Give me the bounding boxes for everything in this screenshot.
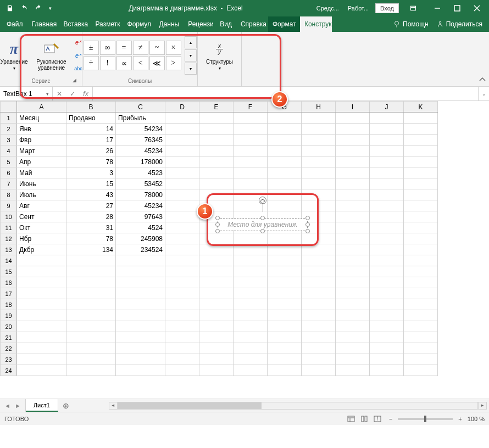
cell-G16[interactable]	[268, 277, 302, 288]
cell-D19[interactable]	[165, 310, 199, 321]
cell-K6[interactable]	[404, 167, 438, 178]
symbol-cell-10[interactable]: ≪	[149, 56, 165, 70]
cell-B16[interactable]	[66, 277, 116, 288]
maximize-button[interactable]	[447, 0, 467, 16]
cell-C1[interactable]: Прибыль	[116, 113, 165, 124]
cell-A5[interactable]: Апр	[17, 156, 66, 167]
tab-file[interactable]: Файл	[2, 16, 27, 32]
column-header-I[interactable]: I	[336, 102, 370, 113]
cell-K4[interactable]	[404, 145, 438, 156]
row-header-23[interactable]: 23	[1, 354, 17, 365]
cell-F13[interactable]	[234, 244, 268, 255]
handle-n[interactable]	[260, 216, 265, 220]
cell-B12[interactable]: 78	[66, 233, 116, 244]
column-header-F[interactable]: F	[234, 102, 268, 113]
worksheet-grid[interactable]: ABCDEFGHIJK1МесяцПроданоПрибыль2Янв14542…	[0, 101, 489, 399]
minimize-button[interactable]	[427, 0, 447, 16]
cell-I16[interactable]	[336, 277, 370, 288]
cell-E7[interactable]	[199, 178, 234, 189]
cell-C3[interactable]: 76345	[116, 135, 165, 145]
cell-E23[interactable]	[199, 354, 234, 365]
cell-K7[interactable]	[404, 178, 438, 189]
cell-I19[interactable]	[336, 310, 370, 321]
cell-B9[interactable]: 27	[66, 200, 116, 211]
row-header-3[interactable]: 3	[1, 135, 17, 145]
cell-B20[interactable]	[66, 321, 116, 332]
cell-I4[interactable]	[336, 145, 370, 156]
cell-G15[interactable]	[268, 266, 302, 277]
cell-E19[interactable]	[199, 310, 234, 321]
row-header-7[interactable]: 7	[1, 178, 17, 189]
cell-K10[interactable]	[404, 211, 438, 222]
cell-H24[interactable]	[302, 365, 336, 376]
cell-B14[interactable]	[66, 255, 116, 266]
cell-F21[interactable]	[234, 332, 268, 343]
row-header-15[interactable]: 15	[1, 266, 17, 277]
cell-K14[interactable]	[404, 255, 438, 266]
cell-I18[interactable]	[336, 299, 370, 310]
column-header-K[interactable]: K	[404, 102, 438, 113]
qat-customize[interactable]: ▾	[46, 2, 54, 15]
view-page-break-button[interactable]	[371, 414, 384, 424]
cell-D13[interactable]	[165, 244, 199, 255]
symbol-cell-3[interactable]: ≠	[133, 41, 148, 55]
cell-F20[interactable]	[234, 321, 268, 332]
tab-home[interactable]: Главная	[27, 16, 59, 32]
row-header-1[interactable]: 1	[1, 113, 17, 124]
cell-F15[interactable]	[234, 266, 268, 277]
symbol-cell-9[interactable]: <	[133, 56, 148, 70]
cell-K22[interactable]	[404, 343, 438, 354]
row-header-2[interactable]: 2	[1, 124, 17, 135]
tab-insert[interactable]: Вставка	[59, 16, 91, 32]
cell-I2[interactable]	[336, 124, 370, 135]
cell-J20[interactable]	[370, 321, 404, 332]
row-header-11[interactable]: 11	[1, 222, 17, 233]
cell-G19[interactable]	[268, 310, 302, 321]
cell-F1[interactable]	[234, 113, 268, 124]
cell-E15[interactable]	[199, 266, 234, 277]
cell-C9[interactable]: 45234	[116, 200, 165, 211]
row-header-17[interactable]: 17	[1, 288, 17, 299]
cell-D14[interactable]	[165, 255, 199, 266]
cell-J7[interactable]	[370, 178, 404, 189]
cell-C16[interactable]	[116, 277, 165, 288]
cell-A20[interactable]	[17, 321, 66, 332]
cell-E20[interactable]	[199, 321, 234, 332]
row-header-13[interactable]: 13	[1, 244, 17, 255]
cell-C12[interactable]: 245908	[116, 233, 165, 244]
cell-B1[interactable]: Продано	[66, 113, 116, 124]
cell-J24[interactable]	[370, 365, 404, 376]
cell-I21[interactable]	[336, 332, 370, 343]
cell-H4[interactable]	[302, 145, 336, 156]
cell-G13[interactable]	[268, 244, 302, 255]
cell-K17[interactable]	[404, 288, 438, 299]
symbol-cell-4[interactable]: ~	[149, 41, 165, 55]
cell-J15[interactable]	[370, 266, 404, 277]
cell-D23[interactable]	[165, 354, 199, 365]
hscroll-right[interactable]: ►	[478, 402, 487, 410]
cell-B22[interactable]	[66, 343, 116, 354]
cell-A3[interactable]: Фвр	[17, 135, 66, 145]
close-button[interactable]	[467, 0, 487, 16]
cell-E8[interactable]	[199, 189, 234, 200]
cell-J13[interactable]	[370, 244, 404, 255]
cell-F19[interactable]	[234, 310, 268, 321]
cell-F2[interactable]	[234, 124, 268, 135]
cell-J6[interactable]	[370, 167, 404, 178]
cell-J11[interactable]	[370, 222, 404, 233]
cell-D16[interactable]	[165, 277, 199, 288]
cell-H18[interactable]	[302, 299, 336, 310]
symbol-cell-7[interactable]: !	[100, 56, 115, 70]
tell-me-button[interactable]: Помощн	[393, 20, 429, 28]
cell-H20[interactable]	[302, 321, 336, 332]
row-header-16[interactable]: 16	[1, 277, 17, 288]
cell-D21[interactable]	[165, 332, 199, 343]
cell-K2[interactable]	[404, 124, 438, 135]
cell-I3[interactable]	[336, 135, 370, 145]
cell-A9[interactable]: Авг	[17, 200, 66, 211]
symbol-cell-11[interactable]: >	[166, 56, 181, 70]
cell-G7[interactable]	[268, 178, 302, 189]
cell-A16[interactable]	[17, 277, 66, 288]
cell-A14[interactable]	[17, 255, 66, 266]
cell-E5[interactable]	[199, 156, 234, 167]
